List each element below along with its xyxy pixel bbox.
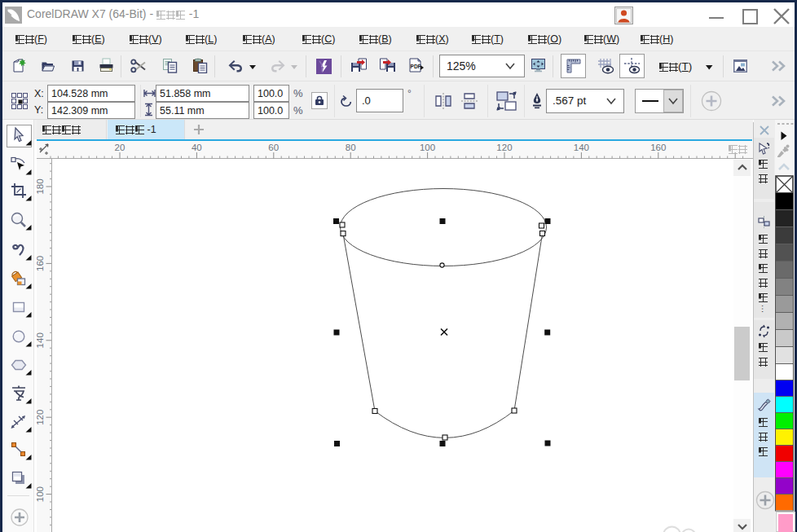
svg-text:180: 180 (37, 178, 45, 194)
svg-text:PDF: PDF (411, 64, 421, 69)
svg-text:160: 160 (37, 256, 45, 271)
svg-text:120: 120 (496, 142, 512, 152)
svg-text:100: 100 (420, 142, 435, 152)
svg-text:60: 60 (268, 142, 279, 152)
svg-text:160: 160 (650, 142, 666, 152)
svg-text:140: 140 (574, 142, 589, 152)
svg-text:40: 40 (192, 142, 202, 152)
svg-text:140: 140 (37, 332, 45, 348)
svg-text:100: 100 (37, 486, 45, 502)
svg-text:80: 80 (346, 142, 356, 152)
svg-text:20: 20 (115, 142, 125, 152)
svg-text:120: 120 (37, 410, 45, 425)
